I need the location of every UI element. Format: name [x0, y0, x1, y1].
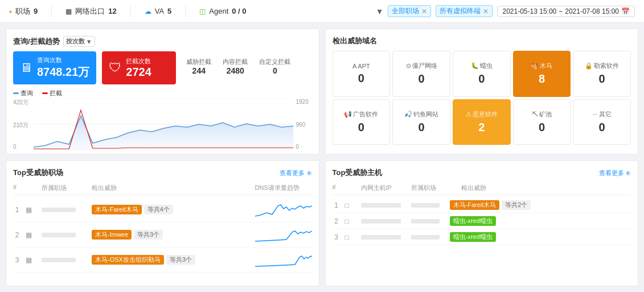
agent-item: ◫ Agent 0 / 0: [199, 7, 246, 15]
top-host-title: Top受威胁主机: [333, 168, 383, 178]
network-count: 12: [108, 7, 116, 15]
more-link-host[interactable]: 查看更多 ⊕: [599, 169, 631, 177]
block-label: 拦截次数: [126, 57, 151, 66]
close-tag2-icon[interactable]: ✕: [483, 7, 489, 15]
host-tag-worm-xred-2: 蠕虫-xred蠕虫: [450, 232, 496, 242]
host-icon-3: □: [345, 233, 356, 242]
sparkline-path-3: [255, 256, 312, 266]
block-value: 2724: [126, 66, 151, 79]
threat-grid: AAPT 0 ⊙僵尸网络 0 🐛蠕虫 0 🐴木马 8: [333, 51, 631, 145]
threat-cell-mining: ⛏矿池 0: [513, 99, 571, 145]
divider3: [185, 6, 186, 17]
chart-legend: 查询 拦截: [13, 89, 312, 98]
date-range[interactable]: 2021-05-13 15:00 ~ 2021-07-08 15:00 📅: [497, 6, 635, 17]
divider1: [51, 6, 52, 17]
bottom-row: Top受威胁职场 查看更多 ⊕ # 所属职场 检出威胁 DNS请求量趋势 1: [6, 160, 638, 286]
host-ip-bar-3: [361, 235, 401, 240]
tag-trojan-imwee: 木马-Imwee: [92, 230, 132, 240]
va-icon: ☁: [145, 7, 151, 15]
host-table-header: # 内网主机IP 所属职场 检出威胁: [333, 181, 631, 195]
date-separator: ~: [559, 7, 563, 15]
sparkline-2: [255, 225, 312, 244]
host-workplace-1: [411, 203, 445, 208]
tag-trojan-osx: 木马-OSX攻击组织勒马: [92, 255, 164, 265]
network-icon: ▦: [65, 7, 72, 15]
sort-button[interactable]: 按次数 ▼: [63, 36, 95, 47]
top-row: 查询/拦截趋势 按次数 ▼ 🖥 查询次数 8748.21万: [6, 29, 638, 155]
workplace-label: 职场: [15, 6, 30, 17]
host-tags-3: 蠕虫-xred蠕虫: [450, 232, 631, 242]
workplace-icon-2: ▦: [26, 230, 37, 240]
query-area-path: [34, 116, 294, 150]
sparkline-path-1: [255, 205, 312, 216]
sparkline-path-2: [255, 231, 312, 241]
workplace-tags-1: 木马-Fareit木马 等共4个: [92, 205, 251, 214]
tag-extra-2: 等共3个: [134, 230, 163, 240]
agent-label: Agent: [209, 7, 228, 15]
va-item: ☁ VA 5: [145, 7, 172, 15]
query-value: 8748.21万: [37, 64, 89, 80]
content-block-mini: 内容拦截 2480: [223, 58, 248, 75]
workplace-row-2: 2 ▦ 木马-Imwee 等共3个: [13, 222, 312, 248]
block-icon: 🛡: [109, 60, 121, 75]
date-end: 2021-07-08 15:00: [565, 7, 619, 15]
chart-area: 查询 拦截 420万 210万 0: [13, 89, 312, 155]
block-stat-box: 🛡 拦截次数 2724: [102, 51, 176, 84]
workplace-count: 9: [34, 7, 38, 15]
threat-cell-phishing: 🎣钓鱼网站 0: [392, 99, 450, 145]
stats-row: 🖥 查询次数 8748.21万 🛡 拦截次数 2724: [13, 51, 312, 84]
host-row-3: 3 □ 蠕虫-xred蠕虫: [333, 229, 631, 245]
workplace-tags-2: 木马-Imwee 等共3个: [92, 230, 251, 240]
agent-icon: ◫: [199, 7, 206, 15]
close-tag1-icon[interactable]: ✕: [421, 7, 427, 15]
block-legend-dot: [42, 92, 48, 94]
top-workplace-card: Top受威胁职场 查看更多 ⊕ # 所属职场 检出威胁 DNS请求量趋势 1: [6, 160, 319, 286]
calendar-icon: 📅: [621, 7, 630, 15]
sort-icon: ▼: [86, 38, 92, 45]
host-tags-2: 蠕虫-xred蠕虫: [450, 216, 631, 226]
threat-cell-adware: 📢广告软件 0: [333, 99, 391, 145]
agent-count: 0 / 0: [232, 7, 246, 15]
workplace-tags-3: 木马-OSX攻击组织勒马 等共3个: [92, 255, 251, 265]
host-icon-1: □: [345, 201, 356, 210]
top-workplace-title: Top受威胁职场: [13, 168, 63, 178]
network-item: ▦ 网络出口 12: [65, 6, 116, 17]
filter-tag-terminal[interactable]: 所有虚拟终端 ✕: [436, 5, 493, 17]
workplace-item: ▪ 职场 9: [9, 6, 38, 17]
top-host-card: Top受威胁主机 查看更多 ⊕ # 内网主机IP 所属职场 检出威胁 1: [325, 160, 639, 286]
trend-chart-svg: [34, 99, 294, 150]
host-tag-extra-1: 等共2个: [502, 200, 531, 210]
workplace-icon-1: ▦: [26, 205, 37, 214]
workplace-row-1: 1 ▦ 木马-Fareit木马 等共4个: [13, 197, 312, 222]
mini-stats: 威胁拦截 244 内容拦截 2480 自定义拦截 0: [186, 51, 290, 81]
date-start: 2021-05-13 15:00: [502, 7, 556, 15]
threat-block-mini: 威胁拦截 244: [186, 58, 211, 75]
y-axis-left: 420万 210万 0: [13, 99, 34, 150]
y-axis-right: 1920 960 0: [294, 99, 312, 150]
query-legend-dot: [13, 92, 19, 94]
filter-tag-workplace[interactable]: 全部职场 ✕: [388, 5, 431, 17]
workplace-icon: ▪: [9, 7, 12, 16]
query-stat-box: 🖥 查询次数 8748.21万: [13, 51, 96, 84]
tag-trojan-fareit: 木马-Fareit木马: [92, 205, 142, 214]
top-workplace-header: Top受威胁职场 查看更多 ⊕: [13, 168, 312, 178]
legend-block: 拦截: [42, 89, 62, 98]
more-icon-host: ⊕: [626, 169, 631, 176]
workplace-name-bar-2: [42, 233, 76, 237]
main-content: 查询/拦截趋势 按次数 ▼ 🖥 查询次数 8748.21万: [0, 23, 644, 292]
threat-cell-malware: ⚠恶意软件 2: [453, 99, 511, 145]
more-link-workplace[interactable]: 查看更多 ⊕: [280, 169, 311, 177]
legend-query: 查询: [13, 89, 33, 98]
divider2: [130, 6, 131, 17]
threat-cell-botnet: ⊙僵尸网络 0: [392, 51, 450, 97]
threat-cell-other: ···其它 0: [573, 99, 631, 145]
host-ip-bar-2: [361, 219, 401, 224]
threat-domain-card: 检出威胁域名 AAPT 0 ⊙僵尸网络 0 🐛蠕虫 0: [325, 29, 639, 155]
host-row-2: 2 □ 蠕虫-xred蠕虫: [333, 213, 631, 229]
workplace-table-header: # 所属职场 检出威胁 DNS请求量趋势: [13, 181, 312, 195]
host-workplace-2: [411, 219, 445, 224]
trend-card: 查询/拦截趋势 按次数 ▼ 🖥 查询次数 8748.21万: [6, 29, 319, 155]
host-ip-bar-1: [361, 203, 401, 208]
threat-cell-apt: AAPT 0: [333, 51, 391, 97]
filter-icon: ▼: [376, 7, 384, 16]
